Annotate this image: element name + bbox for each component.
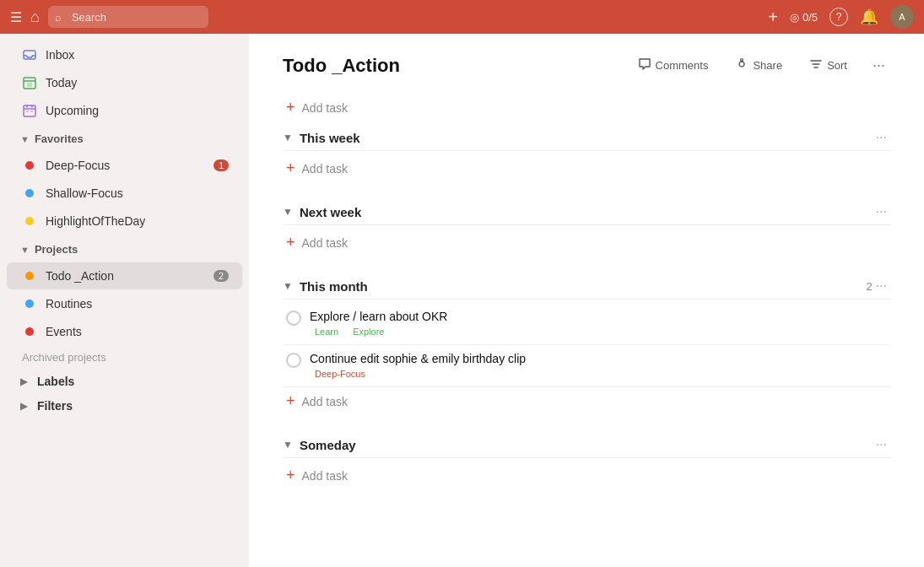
svg-rect-5 (30, 111, 33, 112)
task-1-tag-explore[interactable]: Explore (348, 326, 389, 338)
karma-icon: ◎ (790, 11, 799, 24)
page-title: Todo _Action (283, 55, 631, 77)
inbox-label: Inbox (46, 48, 229, 62)
svg-rect-4 (26, 111, 29, 112)
sidebar-item-routines[interactable]: Routines (7, 290, 242, 317)
todo-action-icon (20, 267, 39, 285)
task-2-tag-deep-focus[interactable]: Deep-Focus (310, 368, 370, 380)
shallow-focus-icon (20, 184, 39, 202)
hamburger-icon[interactable]: ☰ (10, 9, 22, 25)
add-task-plus-top: + (286, 99, 295, 116)
add-task-this-week[interactable]: + Add task (283, 154, 890, 182)
more-options-button[interactable]: ··· (867, 55, 890, 76)
this-month-collapse[interactable]: ▼ (283, 280, 293, 292)
search-input[interactable] (48, 6, 208, 28)
projects-label: Projects (35, 243, 78, 256)
share-label: Share (753, 59, 782, 72)
karma-display[interactable]: ◎ 0/5 (790, 11, 818, 24)
today-label: Today (46, 76, 229, 89)
projects-header[interactable]: ▼ Projects (7, 238, 242, 261)
section-this-month: ▼ This month 2 ··· Explore / learn about… (283, 270, 890, 415)
this-month-name: This month (300, 279, 862, 294)
task-2-name: Continue edit sophie & emily birthday cl… (310, 352, 887, 365)
task-1-name: Explore / learn about OKR (310, 310, 887, 323)
section-someday-header: ▼ Someday ··· (283, 429, 890, 458)
add-task-label-someday: Add task (302, 469, 348, 483)
share-button[interactable]: Share (728, 54, 789, 77)
notification-icon[interactable]: 🔔 (860, 8, 878, 26)
favorites-label: Favorites (35, 132, 84, 145)
task-1-tag-learn[interactable]: Learn (310, 326, 343, 338)
task-1-checkbox[interactable] (286, 310, 301, 326)
sidebar-item-shallow-focus[interactable]: Shallow-Focus (7, 180, 242, 207)
routines-icon (20, 294, 39, 313)
topbar: ☰ ⌂ ⌕ + ◎ 0/5 ? 🔔 A (0, 0, 924, 34)
sidebar-item-today[interactable]: Today (7, 69, 242, 96)
task-1-tags: Learn Explore (310, 326, 887, 338)
sidebar: Inbox Today Upco (0, 34, 249, 567)
shallow-focus-label: Shallow-Focus (46, 186, 229, 200)
topbar-right: + ◎ 0/5 ? 🔔 A (768, 5, 914, 29)
svg-point-6 (739, 62, 744, 67)
favorites-chevron: ▼ (20, 134, 30, 144)
section-next-week-header: ▼ Next week ··· (283, 196, 890, 225)
next-week-collapse[interactable]: ▼ (283, 206, 293, 218)
add-task-plus-this-week: + (286, 159, 295, 177)
home-icon[interactable]: ⌂ (30, 8, 40, 26)
search-wrap: ⌕ (48, 6, 208, 28)
labels-label: Labels (37, 375, 74, 388)
someday-collapse[interactable]: ▼ (283, 439, 293, 451)
events-icon (20, 322, 39, 341)
page-actions: Comments Share (631, 54, 890, 77)
filters-chevron: ▶ (20, 401, 27, 412)
sidebar-item-inbox[interactable]: Inbox (7, 41, 242, 68)
sidebar-item-highlight[interactable]: HighlightOfTheDay (7, 208, 242, 235)
sidebar-item-events[interactable]: Events (7, 318, 242, 345)
this-week-collapse[interactable]: ▼ (283, 132, 293, 143)
this-month-more[interactable]: ··· (873, 277, 890, 295)
deep-focus-badge: 1 (213, 159, 229, 171)
main-layout: Inbox Today Upco (0, 34, 924, 567)
comments-button[interactable]: Comments (631, 54, 716, 77)
task-2-content: Continue edit sophie & emily birthday cl… (310, 352, 887, 380)
inbox-icon (20, 46, 39, 64)
labels-chevron: ▶ (20, 376, 27, 387)
labels-item[interactable]: ▶ Labels (7, 370, 242, 393)
add-task-plus-someday: + (286, 467, 295, 484)
next-week-more[interactable]: ··· (873, 202, 890, 221)
sidebar-item-todo-action[interactable]: Todo _Action 2 (7, 262, 242, 289)
comments-icon (638, 57, 651, 73)
add-task-someday[interactable]: + Add task (283, 462, 890, 489)
archived-projects[interactable]: Archived projects (0, 346, 249, 369)
this-week-name: This week (300, 131, 873, 145)
share-icon (735, 57, 748, 73)
add-icon[interactable]: + (768, 8, 778, 27)
todo-action-badge: 2 (213, 270, 229, 282)
routines-label: Routines (46, 297, 229, 310)
comments-label: Comments (656, 59, 709, 72)
add-task-top[interactable]: + Add task (283, 94, 890, 122)
section-someday: ▼ Someday ··· + Add task (283, 429, 890, 489)
add-task-label-top: Add task (302, 101, 348, 115)
todo-action-label: Todo _Action (46, 269, 213, 283)
avatar[interactable]: A (890, 5, 914, 29)
add-task-label-this-week: Add task (302, 162, 348, 176)
projects-chevron: ▼ (20, 245, 30, 255)
sidebar-item-deep-focus[interactable]: Deep-Focus 1 (7, 152, 242, 179)
upcoming-label: Upcoming (46, 104, 229, 117)
svg-rect-3 (24, 105, 35, 116)
add-task-this-month[interactable]: + Add task (283, 387, 890, 415)
next-week-name: Next week (300, 205, 873, 219)
task-1-content: Explore / learn about OKR Learn Explore (310, 310, 887, 338)
help-icon[interactable]: ? (829, 8, 848, 26)
add-task-next-week[interactable]: + Add task (283, 229, 890, 256)
filters-item[interactable]: ▶ Filters (7, 394, 242, 418)
favorites-header[interactable]: ▼ Favorites (7, 127, 242, 150)
this-week-more[interactable]: ··· (873, 128, 890, 147)
svg-rect-2 (27, 83, 32, 87)
add-task-plus-this-month: + (286, 392, 295, 410)
someday-more[interactable]: ··· (873, 435, 890, 454)
sort-button[interactable]: Sort (802, 54, 854, 77)
sidebar-item-upcoming[interactable]: Upcoming (7, 97, 242, 124)
task-2-checkbox[interactable] (286, 353, 301, 368)
